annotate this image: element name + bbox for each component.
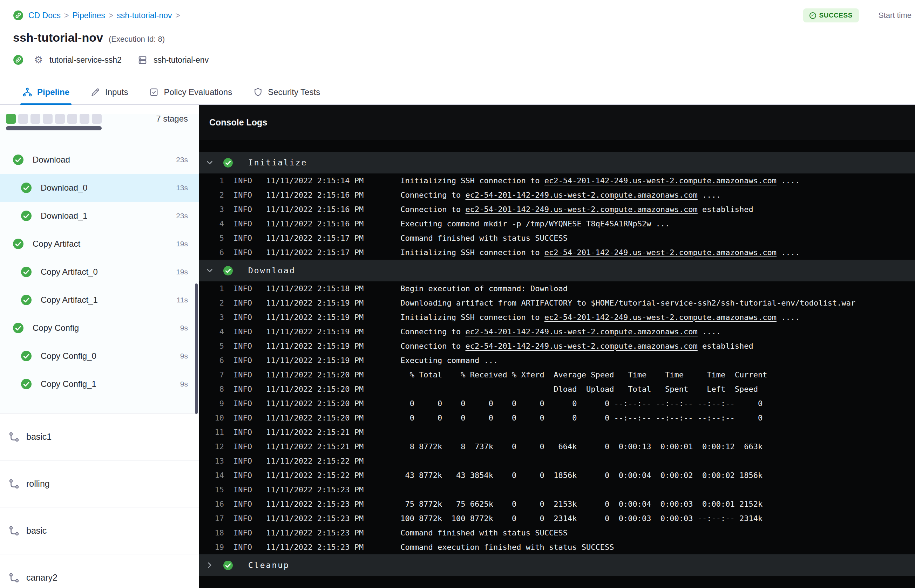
stage-step[interactable]: Copy Artifact 19s <box>0 230 199 258</box>
pipeline-execution-page: CD Docs>Pipelines>ssh-tutorial-nov> ✓ SU… <box>0 0 915 588</box>
stage-list-item[interactable]: basic <box>0 507 199 554</box>
log-message: Connection to ec2-54-201-142-249.us-west… <box>400 342 753 351</box>
log-line: 15INFO11/11/2022 2:15:23 PM <box>199 483 915 497</box>
page-header: CD Docs>Pipelines>ssh-tutorial-nov> ✓ SU… <box>0 0 915 105</box>
log-level: INFO <box>233 284 252 293</box>
progress-square[interactable] <box>55 114 65 124</box>
stage-list-item[interactable]: rolling <box>0 460 199 507</box>
log-section-header[interactable]: Download <box>199 260 915 281</box>
sidebar-scrollbar[interactable] <box>195 283 198 414</box>
log-timestamp: 11/11/2022 2:15:19 PM <box>266 356 364 365</box>
success-check-icon <box>223 158 233 168</box>
log-link: ec2-54-201-142-249.us-west-2.compute.ama… <box>466 205 698 214</box>
stage-step-duration: 9s <box>180 352 188 360</box>
log-timestamp: 11/11/2022 2:15:22 PM <box>266 457 364 465</box>
tab-inputs[interactable]: Inputs <box>88 80 130 104</box>
stage-step[interactable]: Copy Artifact_0 19s <box>0 258 199 286</box>
stage-step-label: Copy Artifact <box>32 239 80 249</box>
log-timestamp: 11/11/2022 2:15:23 PM <box>266 500 364 509</box>
stage-step[interactable]: Copy Config_0 9s <box>0 342 199 370</box>
log-level: INFO <box>233 500 252 509</box>
log-timestamp: 11/11/2022 2:15:16 PM <box>266 191 364 199</box>
log-line-number: 17 <box>199 511 224 526</box>
status-badge: ✓ SUCCESS <box>803 8 859 23</box>
log-line-number: 6 <box>199 353 224 368</box>
tab-security-tests[interactable]: Security Tests <box>251 80 322 104</box>
log-viewport[interactable]: Initialize 1INFO11/11/2022 2:15:14 PMIni… <box>199 140 915 588</box>
log-timestamp: 11/11/2022 2:15:18 PM <box>266 284 364 293</box>
chevron-down-icon[interactable] <box>205 266 214 275</box>
stage-step[interactable]: Download 23s <box>0 146 199 174</box>
log-line-number: 9 <box>199 396 224 411</box>
log-section-header[interactable]: Initialize <box>199 152 915 173</box>
stage-count-label: 7 stages <box>156 114 188 124</box>
stage-step[interactable]: Download_0 13s <box>0 174 199 202</box>
progress-scrollbar[interactable] <box>6 126 102 130</box>
log-line-number: 3 <box>199 202 224 216</box>
chevron-right-icon[interactable] <box>205 561 214 570</box>
log-line-number: 13 <box>199 454 224 468</box>
log-level: INFO <box>233 220 252 228</box>
log-timestamp: 11/11/2022 2:15:19 PM <box>266 342 364 351</box>
pipeline-icon <box>8 431 20 443</box>
pipeline-icon <box>8 478 20 490</box>
progress-square[interactable] <box>43 114 53 124</box>
execution-sidebar: 7 stages Download 23s Download_0 13s Dow… <box>0 105 199 588</box>
log-level: INFO <box>233 248 252 257</box>
breadcrumb-link[interactable]: ssh-tutorial-nov <box>117 11 172 20</box>
progress-square[interactable] <box>31 114 40 124</box>
title-row: ssh-tutorial-nov (Execution Id: 8) <box>0 31 915 45</box>
breadcrumb-link[interactable]: Pipelines <box>72 11 105 20</box>
environment-name[interactable]: ssh-tutorial-env <box>154 55 209 65</box>
log-line: 18INFO11/11/2022 2:15:23 PMCommand finis… <box>199 526 915 540</box>
service-name[interactable]: tutorial-service-ssh2 <box>49 55 122 65</box>
log-line-number: 3 <box>199 310 224 325</box>
stage-step[interactable]: Download_1 23s <box>0 202 199 230</box>
log-line-number: 16 <box>199 497 224 511</box>
tab-pipeline[interactable]: Pipeline <box>20 80 71 104</box>
progress-square[interactable] <box>67 114 77 124</box>
log-level: INFO <box>233 327 252 336</box>
stage-step[interactable]: Copy Config_1 9s <box>0 370 199 398</box>
log-line-number: 15 <box>199 483 224 497</box>
log-line: 10INFO11/11/2022 2:15:20 PM 0 0 0 0 0 0 … <box>199 411 915 425</box>
log-level: INFO <box>233 356 252 365</box>
progress-square[interactable] <box>6 114 16 124</box>
tab-label: Policy Evaluations <box>164 87 232 97</box>
tab-policy-evaluations[interactable]: Policy Evaluations <box>147 80 234 104</box>
log-message: Initializing SSH connection to ec2-54-20… <box>400 248 800 257</box>
log-link: ec2-54-201-142-249.us-west-2.compute.ama… <box>466 327 698 336</box>
inputs-icon <box>91 87 100 97</box>
log-line-number: 12 <box>199 439 224 454</box>
progress-square[interactable] <box>79 114 89 124</box>
stage-list-item-label: canary2 <box>26 573 58 583</box>
progress-square[interactable] <box>92 114 102 124</box>
chevron-down-icon[interactable] <box>205 158 214 167</box>
stage-step-duration: 13s <box>176 184 188 192</box>
log-message: Command finished with status SUCCESS <box>400 528 567 537</box>
stage-step[interactable]: Copy Artifact_1 11s <box>0 286 199 314</box>
progress-square[interactable] <box>18 114 28 124</box>
log-line-number: 2 <box>199 188 224 202</box>
execution-id: (Execution Id: 8) <box>109 35 165 44</box>
log-section-title: Cleanup <box>248 561 289 570</box>
breadcrumb-link[interactable]: CD Docs <box>28 11 61 20</box>
stage-step-duration: 11s <box>177 296 188 304</box>
log-message: Connection to ec2-54-201-142-249.us-west… <box>400 205 753 214</box>
log-line: 8INFO11/11/2022 2:15:20 PM Dload Upload … <box>199 382 915 396</box>
log-level: INFO <box>233 442 252 451</box>
stage-list-item[interactable]: canary2 <box>0 554 199 588</box>
log-level: INFO <box>233 313 252 322</box>
stage-step[interactable]: Copy Config 9s <box>0 314 199 342</box>
log-timestamp: 11/11/2022 2:15:21 PM <box>266 428 364 437</box>
log-timestamp: 11/11/2022 2:15:23 PM <box>266 528 364 537</box>
log-timestamp: 11/11/2022 2:15:23 PM <box>266 514 364 523</box>
stage-step-label: Copy Artifact_0 <box>40 267 98 277</box>
log-line-number: 4 <box>199 325 224 339</box>
log-message: Command execution finished with status S… <box>400 543 614 552</box>
breadcrumb-separator: > <box>109 11 113 20</box>
log-section-header[interactable]: Cleanup <box>199 554 915 576</box>
success-check-icon <box>21 351 32 361</box>
stage-list-item[interactable]: basic1 <box>0 414 199 460</box>
log-message: 8 8772k 8 737k 0 0 664k 0 0:00:13 0:00:0… <box>400 442 763 451</box>
